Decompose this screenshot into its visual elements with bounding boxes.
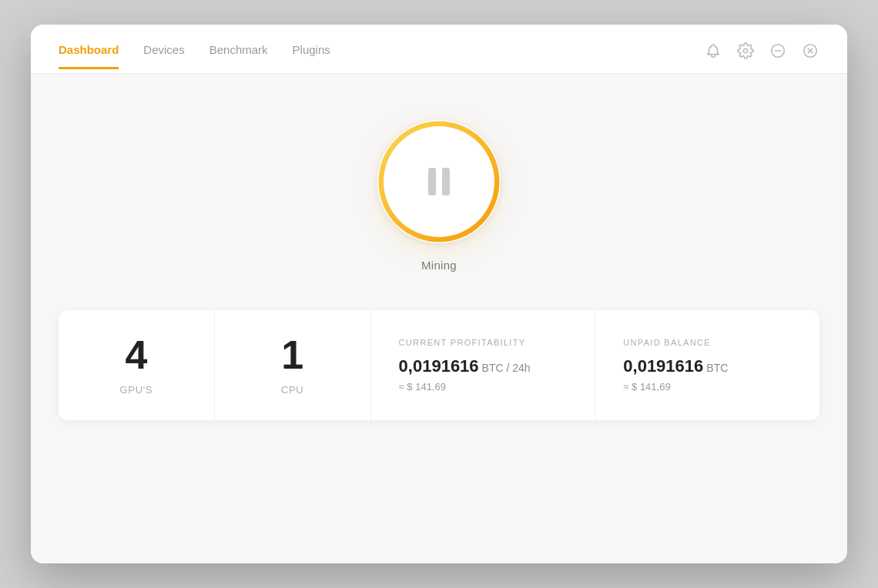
cpu-count-label: CPU [281, 384, 303, 396]
unpaid-balance-section-label: UNPAID BALANCE [623, 338, 792, 347]
mining-button[interactable] [377, 120, 501, 243]
profitability-usd-value: ≈ $ 141,69 [399, 381, 568, 393]
stats-row: 4 GPU'S 1 CPU CURRENT PROFITABILITY 0,01… [59, 310, 819, 420]
bell-icon[interactable] [704, 42, 722, 60]
gpu-count-label: GPU'S [120, 384, 153, 396]
nav-item-dashboard[interactable]: Dashboard [59, 43, 119, 69]
unpaid-balance-btc-unit: BTC [706, 362, 728, 374]
nav-item-devices[interactable]: Devices [143, 43, 184, 69]
profitability-btc-unit: BTC / 24h [482, 362, 531, 374]
cpu-count-value: 1 [281, 335, 303, 375]
nav-right [704, 42, 819, 71]
unpaid-balance-btc-value: 0,0191616BTC [623, 356, 792, 376]
gpu-stat-card: 4 GPU'S [59, 310, 215, 420]
profitability-card: CURRENT PROFITABILITY 0,0191616BTC / 24h… [371, 310, 596, 420]
cpu-stat-card: 1 CPU [215, 310, 371, 420]
pause-bar-right [442, 168, 450, 195]
profitability-btc-value: 0,0191616BTC / 24h [399, 356, 568, 376]
mining-section: Mining [377, 120, 501, 272]
nav-item-plugins[interactable]: Plugins [293, 43, 330, 69]
close-icon[interactable] [801, 42, 819, 60]
settings-icon[interactable] [736, 42, 755, 60]
main-content: Mining 4 GPU'S 1 CPU CURRENT PROFITABILI… [31, 74, 847, 563]
nav-item-benchmark[interactable]: Benchmark [209, 43, 268, 69]
nav-left: Dashboard Devices Benchmark Plugins [59, 43, 330, 69]
unpaid-balance-card: UNPAID BALANCE 0,0191616BTC ≈ $ 141,69 [595, 310, 819, 420]
svg-point-0 [743, 48, 748, 53]
unpaid-balance-usd-value: ≈ $ 141,69 [623, 381, 792, 393]
profitability-section-label: CURRENT PROFITABILITY [399, 338, 568, 347]
minimize-icon[interactable] [769, 42, 787, 60]
app-window: Dashboard Devices Benchmark Plugins [31, 25, 847, 563]
pause-icon [428, 168, 450, 195]
pause-bar-left [428, 168, 436, 195]
gpu-count-value: 4 [125, 335, 147, 375]
navbar: Dashboard Devices Benchmark Plugins [31, 25, 847, 74]
mining-status-label: Mining [421, 259, 457, 272]
